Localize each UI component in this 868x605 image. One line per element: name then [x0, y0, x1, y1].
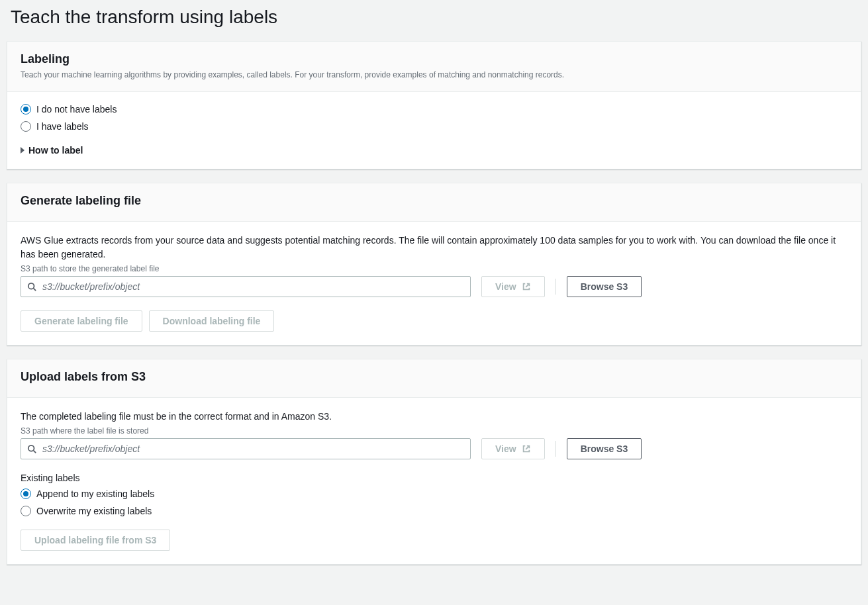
upload-panel-body: The completed labeling file must be in t…: [7, 398, 861, 564]
generate-description: AWS Glue extracts records from your sour…: [21, 234, 847, 261]
radio-icon: [21, 121, 31, 132]
search-icon: [27, 282, 36, 291]
generate-s3-label: S3 path to store the generated label fil…: [21, 264, 847, 273]
labeling-description: Teach your machine learning algorithms b…: [21, 69, 847, 81]
generate-s3-input[interactable]: [21, 276, 471, 297]
how-to-label-text: How to label: [28, 145, 83, 156]
external-link-icon: [522, 444, 531, 453]
svg-point-3: [28, 445, 34, 451]
upload-button-row: Upload labeling file from S3: [21, 530, 847, 551]
how-to-label-toggle[interactable]: How to label: [21, 145, 847, 156]
upload-view-button[interactable]: View: [481, 438, 545, 459]
radio-overwrite-text: Overwrite my existing labels: [36, 506, 152, 516]
view-button-text: View: [495, 281, 516, 292]
divider: [555, 279, 556, 295]
upload-s3-input-wrapper: [21, 438, 471, 459]
existing-labels-title: Existing labels: [21, 473, 847, 483]
labeling-title: Labeling: [21, 52, 847, 66]
labeling-panel-body: I do not have labels I have labels How t…: [7, 92, 861, 169]
generate-input-row: View Browse S3: [21, 276, 847, 297]
generate-panel-body: AWS Glue extracts records from your sour…: [7, 222, 861, 345]
generate-button-row: Generate labeling file Download labeling…: [21, 310, 847, 332]
radio-no-labels-text: I do not have labels: [36, 104, 117, 115]
download-file-button[interactable]: Download labeling file: [149, 310, 275, 332]
labeling-radio-group: I do not have labels I have labels: [21, 104, 847, 132]
generate-panel: Generate labeling file AWS Glue extracts…: [7, 183, 861, 346]
existing-labels-radio-group: Append to my existing labels Overwrite m…: [21, 489, 847, 516]
generate-file-button[interactable]: Generate labeling file: [21, 310, 142, 332]
radio-have-labels[interactable]: I have labels: [21, 121, 847, 132]
view-button-text: View: [495, 443, 516, 454]
upload-s3-label: S3 path where the label file is stored: [21, 426, 847, 436]
upload-input-row: View Browse S3: [21, 438, 847, 459]
upload-file-button[interactable]: Upload labeling file from S3: [21, 530, 170, 551]
generate-s3-input-wrapper: [21, 276, 471, 297]
upload-title: Upload labels from S3: [21, 370, 847, 384]
svg-line-1: [34, 289, 36, 291]
labeling-panel: Labeling Teach your machine learning alg…: [7, 41, 861, 169]
generate-view-button[interactable]: View: [481, 276, 545, 297]
browse-button-text: Browse S3: [581, 443, 628, 454]
upload-description: The completed labeling file must be in t…: [21, 410, 847, 424]
generate-title: Generate labeling file: [21, 194, 847, 208]
page-title: Teach the transform using labels: [7, 7, 861, 28]
browse-button-text: Browse S3: [581, 281, 628, 292]
external-link-icon: [522, 282, 531, 291]
upload-file-button-text: Upload labeling file from S3: [34, 535, 156, 545]
radio-append[interactable]: Append to my existing labels: [21, 489, 847, 499]
radio-icon: [21, 489, 31, 499]
generate-browse-button[interactable]: Browse S3: [567, 276, 642, 297]
upload-s3-input[interactable]: [21, 438, 471, 459]
radio-icon: [21, 506, 31, 516]
radio-have-labels-text: I have labels: [36, 121, 89, 132]
search-icon: [27, 444, 36, 453]
caret-right-icon: [21, 147, 24, 154]
generate-file-button-text: Generate labeling file: [34, 316, 128, 326]
upload-panel-header: Upload labels from S3: [7, 359, 861, 398]
divider: [555, 441, 556, 457]
upload-browse-button[interactable]: Browse S3: [567, 438, 642, 459]
svg-line-4: [34, 451, 36, 453]
generate-panel-header: Generate labeling file: [7, 183, 861, 222]
labeling-panel-header: Labeling Teach your machine learning alg…: [7, 42, 861, 92]
radio-overwrite[interactable]: Overwrite my existing labels: [21, 506, 847, 516]
radio-no-labels[interactable]: I do not have labels: [21, 104, 847, 115]
upload-panel: Upload labels from S3 The completed labe…: [7, 359, 861, 565]
download-file-button-text: Download labeling file: [163, 316, 261, 326]
radio-icon: [21, 104, 31, 115]
radio-append-text: Append to my existing labels: [36, 489, 154, 499]
svg-point-0: [28, 283, 34, 289]
